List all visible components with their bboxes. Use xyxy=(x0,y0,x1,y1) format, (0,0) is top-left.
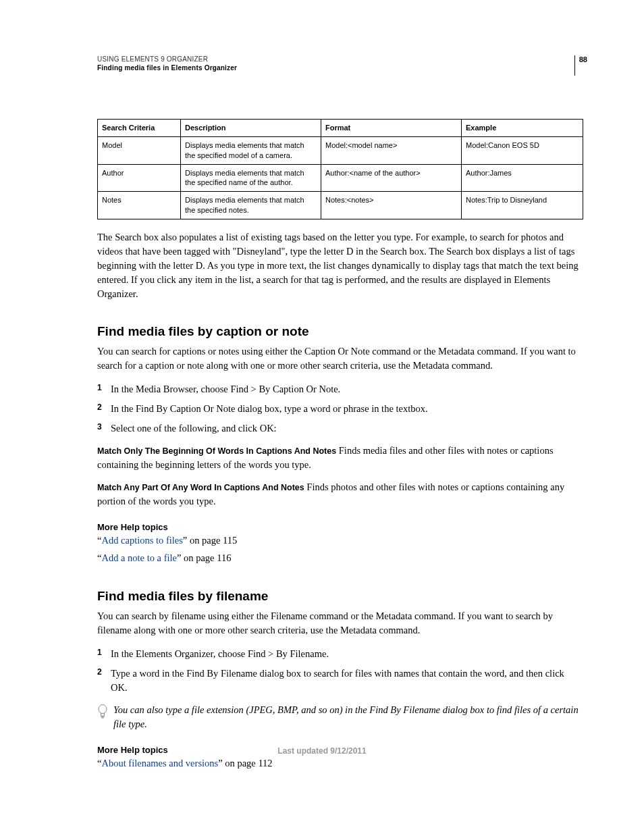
help-link-line: “Add captions to files” on page 115 xyxy=(97,533,583,548)
table-row: Notes Displays media elements that match… xyxy=(98,192,583,219)
table-cell: Author:<name of the author> xyxy=(321,164,462,192)
link-about-filenames[interactable]: About filenames and versions xyxy=(101,758,218,768)
paragraph-filename-intro: You can search by filename using either … xyxy=(97,609,583,637)
help-rest: ” on page 115 xyxy=(183,535,237,546)
step-item: In the Elements Organizer, choose Find >… xyxy=(97,647,583,661)
header-subtitle: Finding media files in Elements Organize… xyxy=(97,64,583,72)
help-rest: ” on page 112 xyxy=(218,758,272,768)
table-cell: Displays media elements that match the s… xyxy=(181,136,321,164)
step-item: In the Find By Caption Or Note dialog bo… xyxy=(97,402,583,416)
table-row: Model Displays media elements that match… xyxy=(98,136,583,164)
table-cell: Model xyxy=(98,136,181,164)
heading-filename: Find media files by filename xyxy=(97,589,583,604)
table-cell: Displays media elements that match the s… xyxy=(181,192,321,219)
help-link-line: “About filenames and versions” on page 1… xyxy=(97,756,583,771)
table-row: Author Displays media elements that matc… xyxy=(98,164,583,192)
svg-point-0 xyxy=(99,704,107,713)
step-item: In the Media Browser, choose Find > By C… xyxy=(97,382,583,396)
tip-text: You can also type a file extension (JPEG… xyxy=(113,703,583,731)
page-number: 88 xyxy=(574,55,587,76)
table-header: Search Criteria xyxy=(98,120,181,137)
step-item: Type a word in the Find By Filename dial… xyxy=(97,667,583,695)
table-cell: Notes:Trip to Disneyland xyxy=(462,192,583,219)
table-cell: Author xyxy=(98,164,181,192)
table-header: Example xyxy=(462,120,583,137)
help-link-line: “Add a note to a file” on page 116 xyxy=(97,551,583,566)
table-cell: Model:<model name> xyxy=(321,136,462,164)
steps-caption: In the Media Browser, choose Find > By C… xyxy=(97,382,583,436)
help-rest: ” on page 116 xyxy=(177,552,231,563)
search-criteria-table: Search Criteria Description Format Examp… xyxy=(97,119,583,219)
link-add-captions[interactable]: Add captions to files xyxy=(101,535,182,546)
table-cell: Author:James xyxy=(462,164,583,192)
definition-match-any: Match Any Part Of Any Word In Captions A… xyxy=(97,480,583,509)
page-header: USING ELEMENTS 9 ORGANIZER Finding media… xyxy=(97,55,583,72)
definition-match-beginning: Match Only The Beginning Of Words In Cap… xyxy=(97,444,583,472)
table-header: Description xyxy=(181,120,321,137)
link-add-note[interactable]: Add a note to a file xyxy=(101,552,177,563)
definition-term: Match Only The Beginning Of Words In Cap… xyxy=(97,446,336,456)
lightbulb-icon xyxy=(97,704,108,722)
table-cell: Notes xyxy=(98,192,181,219)
table-cell: Notes:<notes> xyxy=(321,192,462,219)
table-cell: Displays media elements that match the s… xyxy=(181,164,321,192)
steps-filename: In the Elements Organizer, choose Find >… xyxy=(97,647,583,695)
header-title: USING ELEMENTS 9 ORGANIZER xyxy=(97,55,583,63)
table-cell: Model:Canon EOS 5D xyxy=(462,136,583,164)
step-item: Select one of the following, and click O… xyxy=(97,421,583,436)
definition-term: Match Any Part Of Any Word In Captions A… xyxy=(97,483,304,492)
paragraph-searchbox: The Search box also populates a list of … xyxy=(97,230,583,301)
more-help-heading: More Help topics xyxy=(97,522,583,532)
footer-last-updated: Last updated 9/12/2011 xyxy=(0,746,644,756)
heading-caption-or-note: Find media files by caption or note xyxy=(97,324,583,339)
table-header: Format xyxy=(321,120,462,137)
tip-block: You can also type a file extension (JPEG… xyxy=(97,703,583,731)
paragraph-caption-intro: You can search for captions or notes usi… xyxy=(97,344,583,373)
